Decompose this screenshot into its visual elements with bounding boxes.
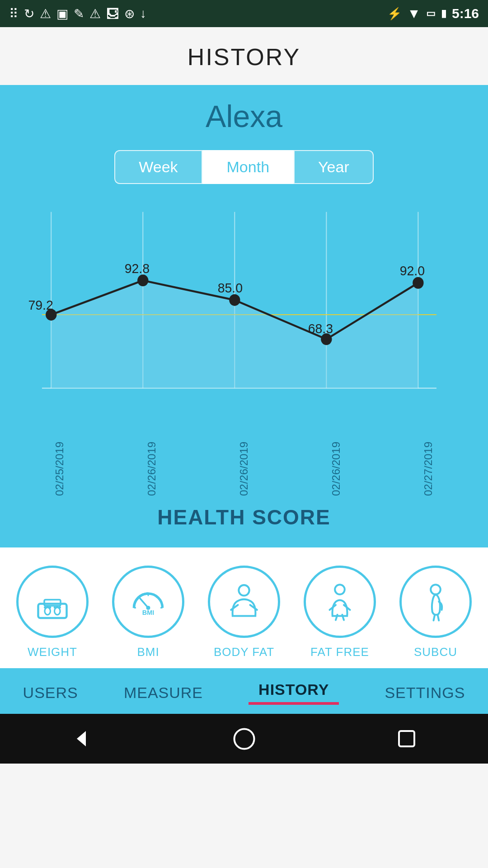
clipboard-icon: ▣	[56, 6, 68, 21]
metric-fatfree[interactable]: FAT FREE	[304, 566, 376, 659]
data-point-2	[137, 274, 148, 286]
metric-bmi[interactable]: BMI BMI	[112, 566, 184, 659]
page-header: HISTORY	[0, 27, 488, 85]
battery-icon: ▮	[441, 8, 446, 19]
svg-line-33	[434, 615, 435, 621]
metrics-row: WEIGHT BMI BMI	[0, 547, 488, 668]
status-bar-right: ⚡ ▼ ▭ ▮ 5:16	[387, 6, 479, 21]
metric-subcu[interactable]: SUBCU	[399, 566, 472, 659]
date-label-1: 02/25/2019	[53, 442, 66, 496]
svg-point-32	[431, 585, 441, 594]
metric-bodyfat[interactable]: BODY FAT	[208, 566, 280, 659]
back-icon	[70, 727, 93, 750]
svg-point-24	[239, 585, 249, 595]
svg-rect-37	[399, 731, 414, 746]
bmi-icon: BMI	[128, 581, 169, 622]
page-title: HISTORY	[0, 43, 488, 71]
pen-icon: ✎	[74, 6, 84, 21]
image-icon: ⛾	[106, 6, 119, 21]
system-nav-bar	[0, 714, 488, 764]
bodyfat-circle	[208, 566, 280, 638]
metric-weight[interactable]: WEIGHT	[16, 566, 89, 659]
silhouette-icon	[415, 581, 456, 622]
nav-users[interactable]: USERS	[23, 684, 78, 702]
date-label-3: 02/26/2019	[238, 442, 250, 496]
weight-label: WEIGHT	[28, 645, 77, 659]
month-button[interactable]: Month	[202, 150, 294, 184]
label-3: 85.0	[218, 280, 243, 296]
period-selector: Week Month Year	[0, 150, 488, 184]
scale-icon	[32, 581, 73, 622]
recents-button[interactable]	[393, 725, 420, 752]
label-1: 79.2	[28, 297, 53, 312]
svg-point-17	[59, 606, 61, 609]
recents-icon	[395, 727, 418, 750]
sim-icon: ▭	[426, 8, 436, 19]
week-button[interactable]: Week	[114, 150, 202, 184]
bluetooth-icon: ⚡	[387, 7, 402, 21]
svg-marker-35	[77, 731, 86, 746]
user-name-display: Alexa	[0, 99, 488, 134]
svg-line-34	[438, 615, 439, 621]
nav-history[interactable]: HISTORY	[258, 681, 329, 698]
date-label-4: 02/26/2019	[330, 442, 343, 496]
health-score-chart: 79.2 92.8 85.0 68.3 92.0	[14, 202, 473, 437]
alert2-icon: ⚠	[89, 6, 101, 21]
label-2: 92.8	[125, 260, 150, 276]
home-icon	[232, 726, 257, 751]
fatfree-icon	[319, 581, 360, 622]
bodyfat-label: BODY FAT	[214, 645, 274, 659]
label-4: 68.3	[308, 321, 333, 336]
data-point-3	[230, 294, 240, 306]
date-label-5: 02/27/2019	[422, 442, 435, 496]
svg-point-27	[335, 585, 345, 594]
health-score-title: HEALTH SCORE	[0, 505, 488, 529]
time-display: 5:16	[452, 6, 479, 21]
svg-point-13	[47, 605, 49, 608]
svg-point-14	[49, 606, 51, 609]
date-label-2: 02/26/2019	[145, 442, 158, 496]
status-bar-left: ⠿ ↻ ⚠ ▣ ✎ ⚠ ⛾ ⊛ ↓	[9, 6, 146, 21]
wifi-icon: ▼	[407, 6, 421, 21]
dots-icon: ⠿	[9, 6, 19, 21]
chart-date-labels: 02/25/2019 02/26/2019 02/26/2019 02/26/2…	[0, 442, 488, 496]
nav-measure[interactable]: MEASURE	[124, 684, 203, 702]
bodyfat-icon	[224, 581, 264, 622]
svg-point-16	[56, 605, 58, 608]
status-bar: ⠿ ↻ ⚠ ▣ ✎ ⚠ ⛾ ⊛ ↓ ⚡ ▼ ▭ ▮ 5:16	[0, 0, 488, 27]
label-5: 92.0	[400, 263, 425, 278]
back-button[interactable]	[68, 725, 95, 752]
fatfree-circle	[304, 566, 376, 638]
bmi-label: BMI	[137, 645, 159, 659]
subcu-label: SUBCU	[414, 645, 457, 659]
home-button[interactable]	[230, 725, 258, 752]
bottom-nav: USERS MEASURE HISTORY SETTINGS	[0, 668, 488, 714]
alert-icon: ⚠	[40, 6, 51, 21]
bmi-circle: BMI	[112, 566, 184, 638]
main-area: Alexa Week Month Year	[0, 85, 488, 547]
refresh-icon: ↻	[24, 6, 34, 21]
year-button[interactable]: Year	[294, 150, 374, 184]
nav-settings[interactable]: SETTINGS	[385, 684, 465, 702]
svg-point-15	[54, 606, 56, 609]
chart-svg: 79.2 92.8 85.0 68.3 92.0	[14, 202, 473, 437]
active-nav-indicator	[249, 702, 339, 705]
svg-point-12	[44, 606, 46, 609]
fatfree-label: FAT FREE	[310, 645, 369, 659]
svg-text:BMI: BMI	[142, 609, 154, 616]
subcu-circle	[399, 566, 472, 638]
shield-icon: ⊛	[124, 6, 135, 21]
weight-circle	[16, 566, 89, 638]
download-icon: ↓	[140, 6, 146, 21]
data-point-5	[413, 277, 424, 289]
svg-point-36	[234, 729, 254, 749]
